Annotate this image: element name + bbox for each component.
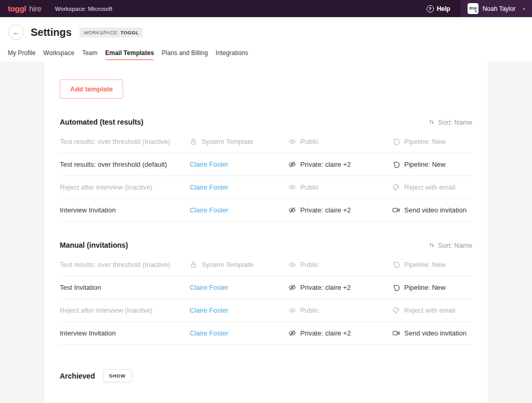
template-visibility: Public [288,261,392,268]
owner-link[interactable]: Claire Foster [190,206,228,214]
owner-link[interactable]: Claire Foster [190,160,228,168]
owner-link[interactable]: Claire Foster [190,183,228,191]
badge-value: TOGGL [121,30,139,35]
video-icon [392,329,400,337]
eye-off-icon [288,160,296,168]
video-icon [392,206,400,214]
template-name: Test results: over threshold (Inactive) [60,261,190,268]
template-visibility: Public [288,306,392,314]
pipeline-icon [392,261,400,268]
template-action: Reject with email [392,183,472,191]
tab-email-templates[interactable]: Email Templates [105,49,154,62]
avatar: drop [468,3,478,14]
template-action: Send video invitation [392,329,472,337]
template-action: Pipeline: New [392,160,472,168]
system-template-label: System Template [190,261,253,268]
thumbs-down-icon [392,183,400,191]
template-row[interactable]: Reject after interview (Inactive)Claire … [60,176,472,199]
user-menu[interactable]: drop Noah Taylor ▾ [461,0,532,17]
lock-icon [190,138,197,145]
page-body: Add template Automated (test results)Sor… [0,62,532,396]
sort-icon [428,241,435,249]
workspace-badge: WORKSPACE: TOGGL [79,28,143,37]
back-button[interactable]: ← [8,24,24,40]
template-owner: Claire Foster [190,284,288,291]
pipeline-icon [392,284,400,291]
template-visibility: Private: claire +2 [288,284,392,291]
template-name: Test results: over threshold (default) [60,160,190,168]
tab-my-profile[interactable]: My Profile [8,49,35,62]
template-action: Send video invitation [392,206,472,214]
template-visibility: Private: claire +2 [288,206,392,214]
template-action: Pipeline: New [392,284,472,291]
owner-link[interactable]: Claire Foster [190,329,228,337]
eye-icon [288,138,296,145]
lock-icon [190,261,197,268]
archived-section: Archieved SHOW [60,369,472,382]
template-row[interactable]: Test InvitationClaire FosterPrivate: cla… [60,276,472,299]
template-row[interactable]: Reject after interview (Inactive)Claire … [60,299,472,322]
template-visibility: Public [288,138,392,145]
topbar-right: ? Help drop Noah Taylor ▾ [427,0,532,17]
question-circle-icon: ? [427,5,434,12]
template-owner: Claire Foster [190,306,288,314]
logo-toggl: toggl [8,4,26,13]
logo-hire: hire [29,4,42,13]
template-row[interactable]: Test results: over threshold (default)Cl… [60,153,472,176]
page-title: Settings [31,26,72,38]
eye-icon [288,306,296,314]
top-bar: toggl hire Workspace: Microsoft ? Help d… [0,0,532,17]
template-action: Pipeline: New [392,138,472,145]
tab-bar: My ProfileWorkspaceTeamEmail TemplatesPl… [8,49,532,62]
template-visibility: Private: claire +2 [288,160,392,168]
eye-off-icon [288,284,296,291]
template-visibility: Public [288,183,392,191]
template-row[interactable]: Test results: over threshold (Inactive)S… [60,130,472,153]
workspace-label: Workspace: Microsoft [55,6,112,12]
template-rows: Test results: over threshold (Inactive)S… [60,130,472,222]
toggl-hire-logo[interactable]: toggl hire [8,4,42,13]
eye-off-icon [288,329,296,337]
owner-link[interactable]: Claire Foster [190,284,228,291]
sort-label: Sort: Name [438,118,472,126]
template-row[interactable]: Interview InvitationClaire FosterPrivate… [60,322,472,345]
template-owner: Claire Foster [190,183,288,191]
tab-workspace[interactable]: Workspace [43,49,74,62]
template-name: Test Invitation [60,284,190,291]
eye-icon [288,261,296,268]
chevron-down-icon: ▾ [523,6,525,11]
template-owner: System Template [190,261,288,268]
template-rows: Test results: over threshold (Inactive)S… [60,253,472,345]
template-owner: Claire Foster [190,329,288,337]
template-sections: Automated (test results)Sort: NameTest r… [60,118,472,345]
tab-plans-and-billing[interactable]: Plans and Billing [162,49,208,62]
sort-control[interactable]: Sort: Name [428,241,472,249]
email-templates-card: Add template Automated (test results)Sor… [44,62,488,403]
settings-header: ← Settings WORKSPACE: TOGGL My ProfileWo… [0,17,532,62]
help-label: Help [437,5,450,12]
template-name: Interview Invitation [60,329,190,337]
eye-off-icon [288,206,296,214]
help-button[interactable]: ? Help [427,5,450,12]
avatar-text: drop [469,6,476,10]
tab-integrations[interactable]: Integrations [216,49,248,62]
section-automated-test-results: Automated (test results)Sort: NameTest r… [60,118,472,222]
pipeline-icon [392,138,400,145]
sort-control[interactable]: Sort: Name [428,118,472,126]
owner-link[interactable]: Claire Foster [190,306,228,314]
template-row[interactable]: Interview InvitationClaire FosterPrivate… [60,199,472,222]
pipeline-icon [392,160,400,168]
template-owner: System Template [190,138,288,145]
template-row[interactable]: Test results: over threshold (Inactive)S… [60,253,472,276]
eye-icon [288,183,296,191]
tab-team[interactable]: Team [82,49,97,62]
system-template-label: System Template [190,138,253,145]
template-name: Interview Invitation [60,206,190,214]
thumbs-down-icon [392,306,400,314]
add-template-button[interactable]: Add template [60,79,123,99]
user-name: Noah Taylor [483,5,516,12]
avatar-dot [475,10,477,12]
archived-show-button[interactable]: SHOW [103,369,132,382]
back-arrow-icon: ← [12,28,20,36]
sort-icon [428,118,435,126]
